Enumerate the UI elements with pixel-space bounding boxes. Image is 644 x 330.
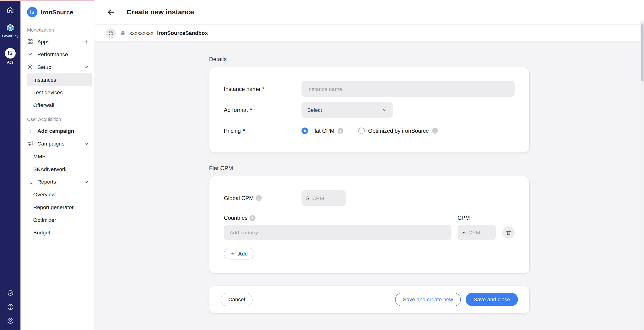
sidebar-item-skadnetwork[interactable]: SKAdNetwork <box>27 163 92 175</box>
add-app-icon[interactable] <box>84 39 89 44</box>
country-cpm-input[interactable] <box>468 229 492 235</box>
app-root: LevelPlay iS Ads iS ironSource Monetizat… <box>0 0 644 330</box>
country-row: $ <box>224 225 515 240</box>
sidebar-item-campaigns[interactable]: Campaigns <box>20 137 94 150</box>
cpm-column-label: CPM <box>458 215 470 221</box>
delete-row-button[interactable] <box>502 226 515 239</box>
product-rail: LevelPlay iS Ads <box>0 0 20 330</box>
instance-name-input[interactable] <box>302 81 515 97</box>
cube-icon <box>108 30 114 36</box>
countries-column-label: Countries <box>224 215 458 221</box>
page-title: Create new instance <box>126 8 194 16</box>
sidebar-item-add-campaign[interactable]: Add campaign <box>20 125 94 137</box>
save-and-close-button[interactable]: Save and close <box>466 293 518 306</box>
profile-icon[interactable] <box>7 317 14 324</box>
chevron-down-icon <box>84 64 89 70</box>
info-icon[interactable] <box>338 128 344 134</box>
sidebar-item-performance[interactable]: Performance <box>20 48 94 61</box>
country-cpm-field: $ <box>458 225 496 240</box>
radio-flat-cpm[interactable]: Flat CPM <box>302 127 344 134</box>
is-logo-icon: iS <box>5 48 16 59</box>
global-cpm-field: $ <box>302 190 346 206</box>
sidebar-item-reports[interactable]: Reports <box>20 175 94 188</box>
global-cpm-input[interactable] <box>312 195 342 201</box>
pricing-label: Pricing* <box>224 128 302 134</box>
add-button-label: Add <box>238 250 248 256</box>
save-and-create-new-button[interactable]: Save and create new <box>395 293 461 306</box>
sidebar-item-label: Performance <box>38 51 68 57</box>
top-accent-line <box>0 0 94 1</box>
info-icon[interactable] <box>432 128 438 134</box>
rail-ads[interactable]: iS Ads <box>5 48 16 64</box>
sidebar-item-apps[interactable]: Apps <box>20 35 94 48</box>
radio-selected-icon <box>302 127 308 134</box>
gear-icon <box>27 64 33 70</box>
pricing-options: Flat CPM Optimized by ironSource <box>302 127 438 134</box>
apps-grid-icon <box>27 38 33 44</box>
back-button[interactable] <box>106 7 116 17</box>
app-name: IronSourceSandbox <box>157 30 208 36</box>
label-text: Countries <box>224 215 248 221</box>
help-icon[interactable] <box>7 303 14 310</box>
app-chip <box>106 28 116 38</box>
radio-unselected-icon <box>358 127 365 134</box>
sidebar-item-label: Add campaign <box>38 128 74 134</box>
details-heading: Details <box>209 56 530 62</box>
page-header: Create new instance <box>94 0 644 25</box>
brand-logo-icon: iS <box>27 7 38 17</box>
main-area: Create new instance xxxxxxxxx IronSource… <box>94 0 644 330</box>
sidebar-item-optimizer[interactable]: Optimizer <box>27 213 92 226</box>
label-text: Pricing <box>224 128 241 134</box>
ad-format-row: Ad format* Select <box>224 102 515 118</box>
add-country-button[interactable]: Add <box>224 248 254 259</box>
global-cpm-label: Global CPM <box>224 195 302 201</box>
back-arrow-icon <box>106 8 116 17</box>
info-icon[interactable] <box>256 195 262 201</box>
sidebar-item-test-devices[interactable]: Test devices <box>27 86 92 99</box>
rail-bottom-group <box>7 289 14 324</box>
radio-label: Optimized by ironSource <box>368 128 429 134</box>
flat-cpm-heading: Flat CPM <box>209 165 530 171</box>
rail-levelplay-label: LevelPlay <box>2 34 18 38</box>
sidebar-item-report-generator[interactable]: Report generator <box>27 201 92 214</box>
sidebar-item-instances[interactable]: Instances <box>27 73 92 86</box>
trash-icon <box>506 229 512 235</box>
sidebar-item-setup[interactable]: Setup <box>20 61 94 73</box>
radio-optimized[interactable]: Optimized by ironSource <box>358 127 438 134</box>
ad-format-select[interactable]: Select <box>302 102 393 118</box>
shield-icon[interactable] <box>7 289 14 296</box>
info-icon[interactable] <box>250 215 256 221</box>
global-cpm-row: Global CPM $ <box>224 190 515 206</box>
currency-symbol: $ <box>306 195 310 201</box>
rail-levelplay[interactable]: LevelPlay <box>2 23 18 38</box>
rail-home[interactable] <box>6 6 14 13</box>
details-card: Instance name* Ad format* Select <box>209 67 530 153</box>
required-mark: * <box>250 107 252 113</box>
actions-right: Save and create new Save and close <box>395 293 518 306</box>
label-text: Instance name <box>224 86 260 92</box>
content-scroll[interactable]: Details Instance name* Ad format* Se <box>94 42 644 330</box>
plus-icon <box>27 128 33 134</box>
section-label-monetization: Monetization <box>20 22 94 35</box>
sidebar-item-label: Apps <box>38 38 50 44</box>
levelplay-cube-icon <box>6 23 15 32</box>
chevron-down-icon <box>84 141 89 147</box>
cancel-button[interactable]: Cancel <box>221 293 253 306</box>
app-id: xxxxxxxxx <box>129 30 153 36</box>
app-selector[interactable]: xxxxxxxxx IronSourceSandbox <box>94 25 644 42</box>
select-value: Select <box>307 107 322 113</box>
add-country-input[interactable] <box>224 225 452 240</box>
sidebar-item-label: Campaigns <box>38 141 64 147</box>
scrollbar-track[interactable] <box>640 20 644 330</box>
scrollbar-thumb[interactable] <box>641 23 644 82</box>
sidebar-item-overview[interactable]: Overview <box>27 188 92 201</box>
sidebar: iS ironSource Monetization Apps Performa… <box>20 0 94 330</box>
sidebar-item-offerwall[interactable]: Offerwall <box>27 99 92 112</box>
brand[interactable]: iS ironSource <box>20 6 94 22</box>
bar-chart-icon <box>27 179 33 185</box>
sidebar-item-budget[interactable]: Budget <box>27 226 92 239</box>
ad-format-label: Ad format* <box>224 107 302 113</box>
sidebar-item-mmp[interactable]: MMP <box>27 150 92 163</box>
pricing-row: Pricing* Flat CPM Optimized by ironSourc… <box>224 123 515 139</box>
chevron-down-icon <box>84 179 89 185</box>
